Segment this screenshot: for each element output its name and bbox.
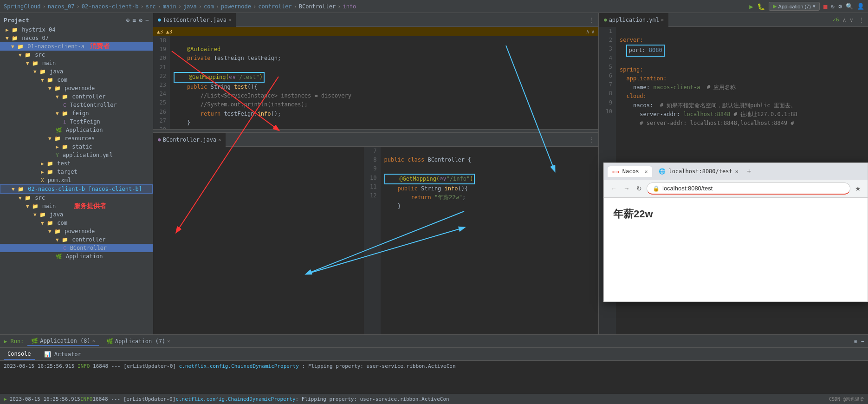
refresh-button[interactable]: ↻ <box>635 184 644 193</box>
tree-label: src <box>35 195 45 201</box>
tree-label: BController <box>70 245 107 251</box>
status-run-icon: ▶ <box>4 396 7 402</box>
application-button[interactable]: ▶ Application (7) ▾ <box>769 2 820 11</box>
console-tab[interactable]: Console <box>4 349 35 360</box>
tab-close-icon2[interactable]: ✕ <box>218 137 221 142</box>
run-tab-app7[interactable]: 🌿 Application (7) ✕ <box>103 337 174 345</box>
app7-close[interactable]: ✕ <box>167 339 170 344</box>
debug-icon[interactable]: 🐛 <box>757 3 765 10</box>
yaml-menu[interactable]: ⋮ <box>855 17 868 23</box>
tree-item-controller1[interactable]: ▼ 📁 controller <box>0 92 153 101</box>
tree-item-java2[interactable]: ▼ 📁 java <box>0 210 153 219</box>
toolbar-refresh[interactable]: ↻ <box>831 3 835 10</box>
yml-file-icon: ● <box>604 17 607 23</box>
forward-button[interactable]: → <box>622 184 632 193</box>
browser-tab-test[interactable]: 🌐 localhost:8080/test ✕ <box>654 166 743 176</box>
tree-item-java1[interactable]: ▼ 📁 java <box>0 67 153 76</box>
warning-down[interactable]: ∨ <box>591 28 595 35</box>
tree-item-static[interactable]: ▶ 📁 static <box>0 143 153 151</box>
tree-item-feign[interactable]: ▼ 📁 feign <box>0 109 153 117</box>
tree-item-com2[interactable]: ▼ 📁 com <box>0 219 153 227</box>
tab-close-test[interactable]: ✕ <box>735 168 738 175</box>
tree-item-nacos07[interactable]: ▼ 📁 nacos_07 <box>0 34 153 42</box>
tree-item-testfeign[interactable]: I TestFeign <box>0 117 153 126</box>
sidebar-minimize-icon[interactable]: − <box>145 17 149 24</box>
tree-item-application1[interactable]: 🌿 Application <box>0 126 153 134</box>
tab-close-yml[interactable]: ✕ <box>661 17 664 22</box>
tree-item-bcontroller[interactable]: C BController <box>0 244 153 252</box>
sidebar-collapse-icon[interactable]: ≡ <box>133 17 136 24</box>
spring-icon: 🌿 <box>56 127 62 133</box>
bc-client-b[interactable]: 02-nacos-client-b <box>82 3 139 10</box>
extensions-button[interactable]: ★ <box>853 184 863 193</box>
tree-item-target[interactable]: ▶ 📁 target <box>0 168 153 176</box>
back-button[interactable]: ← <box>609 184 619 193</box>
tree-item-com1[interactable]: ▼ 📁 com <box>0 76 153 84</box>
folder-icon: ▶ 📁 <box>56 144 68 150</box>
run-label: ▶ Run: <box>4 338 24 345</box>
folder-open-icon: ▼ 📁 <box>48 228 61 235</box>
panel-menu-icon[interactable]: ⋮ <box>585 17 598 23</box>
actuator-tab[interactable]: 📊 Actuator <box>40 349 85 359</box>
tree-item-testcontroller[interactable]: C TestController <box>0 101 153 109</box>
app8-close[interactable]: ✕ <box>92 338 95 343</box>
toolbar-search[interactable]: 🔍 <box>846 3 853 10</box>
breadcrumb: SpringCloud › nacos_07 › 02-nacos-client… <box>4 3 356 10</box>
new-tab-button[interactable]: + <box>745 167 753 176</box>
tree-label: target <box>57 169 77 175</box>
status-pid: 16848 --- [erListUpdater-0] <box>92 396 175 402</box>
spring-run-icon2: 🌿 <box>106 338 113 345</box>
java-file-icon: C <box>63 102 66 108</box>
bc-bcontroller[interactable]: BController <box>299 3 336 10</box>
tree-item-yml[interactable]: Y application.yml <box>0 151 153 159</box>
sidebar-add-icon[interactable]: ⊕ <box>126 17 130 24</box>
tab-close-nacos[interactable]: ✕ <box>645 169 648 175</box>
tree-item-client-b[interactable]: ▼ 📁 02-nacos-client-b [nacos-client-b] <box>0 184 153 194</box>
folder-open-icon: ▼ 📁 <box>26 203 39 209</box>
sidebar-settings-icon[interactable]: ⚙ <box>139 17 143 24</box>
toolbar-settings[interactable]: ⚙ <box>838 3 842 10</box>
run-icon[interactable]: ▶ <box>749 3 753 10</box>
tree-item-test[interactable]: ▶ 📁 test <box>0 159 153 168</box>
run-minimize-icon[interactable]: − <box>861 338 864 345</box>
tree-item-hystrix[interactable]: ▶ 📁 hystrix-04 <box>0 26 153 34</box>
tab-yml[interactable]: ● application.yml ✕ <box>599 13 668 27</box>
yaml-up[interactable]: ∧ <box>841 17 848 23</box>
tab-testcontroller[interactable]: ● TestController.java ✕ <box>153 13 236 27</box>
toolbar-user[interactable]: 👤 <box>857 3 864 10</box>
yaml-tabs: ● application.yml ✕ ✓6 ∧ ∨ ⋮ <box>599 13 868 27</box>
url-bar-container[interactable]: 🔒 localhost:8080/test <box>647 182 850 195</box>
bc-springcloud[interactable]: SpringCloud <box>4 3 40 10</box>
run-tab-app8[interactable]: 🌿 Application (8) ✕ <box>27 337 98 346</box>
tree-item-pom[interactable]: X pom.xml <box>0 176 153 184</box>
tab-bcontroller[interactable]: ● BController.java ✕ <box>153 133 226 147</box>
run-settings-icon[interactable]: ⚙ <box>854 338 857 345</box>
tree-item-application2[interactable]: 🌿 Application <box>0 252 153 261</box>
toolbar-stop[interactable]: ■ <box>823 3 827 10</box>
java-icon: ● <box>158 17 161 23</box>
tree-item-main1[interactable]: ▼ 📁 main <box>0 59 153 67</box>
bottom-code-tabs: ● BController.java ✕ ⋮ <box>153 133 598 147</box>
console-message: : Flipping property: user-service.ribbon… <box>302 363 455 369</box>
tree-item-powernode1[interactable]: ▼ 📁 powernode <box>0 84 153 92</box>
bc-nacos07[interactable]: nacos_07 <box>48 3 75 10</box>
actuator-icon: 📊 <box>44 351 51 358</box>
code-bottom[interactable]: public class BController { @GetMapping(⊙… <box>381 147 599 334</box>
yaml-down[interactable]: ∨ <box>848 17 855 23</box>
warning-up[interactable]: ∧ <box>586 28 589 35</box>
code-top[interactable]: @Autowired private TestFeign testFeign; … <box>170 36 598 129</box>
tree-label: application.yml <box>63 152 113 158</box>
tree-item-client-a[interactable]: ▼ 📁 01-nacos-client-a 消费者 <box>0 42 153 51</box>
panel-menu-icon2[interactable]: ⋮ <box>585 137 598 143</box>
tree-item-powernode2[interactable]: ▼ 📁 powernode <box>0 227 153 235</box>
tree-item-main2[interactable]: ▼ 📁 main 服务提供者 <box>0 202 153 210</box>
globe-icon: 🌐 <box>659 168 666 175</box>
tree-item-src2[interactable]: ▼ 📁 src <box>0 194 153 202</box>
url-text[interactable]: localhost:8080/test <box>662 185 713 192</box>
java-file-icon: C <box>63 245 66 251</box>
browser-tab-nacos[interactable]: ←→ Nacos ✕ <box>608 166 652 177</box>
tree-item-controller2[interactable]: ▼ 📁 controller <box>0 235 153 244</box>
tab-close-icon[interactable]: ✕ <box>228 17 231 22</box>
tree-item-resources[interactable]: ▼ 📁 resources <box>0 134 153 143</box>
tree-item-src1[interactable]: ▼ 📁 src <box>0 51 153 59</box>
